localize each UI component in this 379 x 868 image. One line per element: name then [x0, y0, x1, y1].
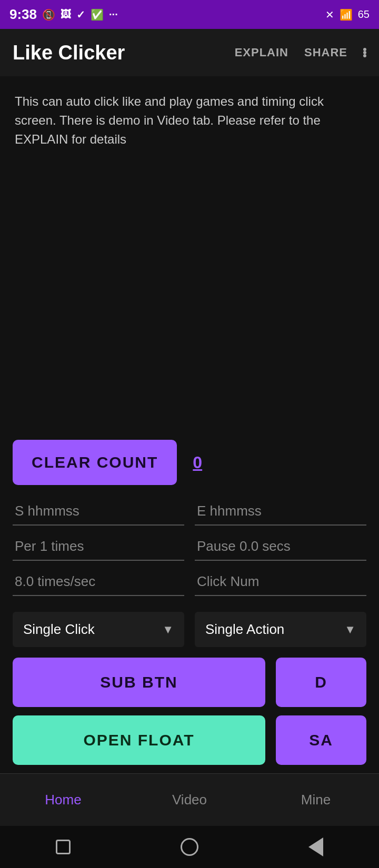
description-text: This can auto click like and play games … — [0, 76, 379, 154]
app-title: Like Clicker — [13, 42, 235, 64]
click-num-field — [195, 566, 366, 596]
back-button[interactable] — [303, 834, 329, 860]
check-icon: ✓ — [76, 8, 85, 21]
dot3 — [363, 54, 366, 57]
start-time-input[interactable] — [13, 496, 184, 526]
spacer — [13, 154, 366, 429]
speed-click-row — [13, 566, 366, 596]
sa-button[interactable]: SA — [276, 715, 366, 765]
per-times-input[interactable] — [13, 531, 184, 561]
action-type-label: Single Action — [205, 621, 339, 638]
open-float-button[interactable]: OPEN FLOAT — [13, 715, 265, 765]
nav-item-mine[interactable]: Mine — [253, 786, 379, 813]
action-type-arrow: ▼ — [344, 623, 356, 637]
app-bar-actions: EXPLAIN SHARE — [235, 46, 366, 59]
open-float-row: OPEN FLOAT SA — [13, 715, 366, 765]
per-times-field — [13, 531, 184, 561]
more-icon: ··· — [109, 8, 118, 21]
sub-btn-row: SUB BTN D — [13, 658, 366, 707]
clear-count-button[interactable]: CLEAR COUNT — [13, 440, 177, 485]
status-time: 9:38 📵 🖼 ✓ ✅ ··· — [9, 6, 118, 23]
action-type-dropdown[interactable]: Single Action ▼ — [195, 612, 366, 647]
nav-item-video[interactable]: Video — [126, 786, 253, 813]
status-right: ✕ 📶 65 — [325, 8, 370, 21]
battery-icon: 65 — [358, 8, 370, 21]
signal-icon: 📵 — [42, 8, 55, 21]
click-type-arrow: ▼ — [162, 623, 174, 637]
end-time-input[interactable] — [195, 496, 366, 526]
pause-secs-input[interactable] — [195, 531, 366, 561]
bottom-nav: Home Video Mine — [0, 773, 379, 826]
per-pause-row — [13, 531, 366, 561]
square-icon — [56, 840, 71, 854]
times-per-sec-field — [13, 566, 184, 596]
nav-mine-label: Mine — [301, 792, 331, 808]
time-text: 9:38 — [9, 6, 37, 23]
recent-apps-button[interactable] — [50, 834, 76, 860]
end-time-field — [195, 496, 366, 526]
verified-icon: ✅ — [91, 8, 104, 21]
dropdown-row: Single Click ▼ Single Action ▼ — [13, 612, 366, 647]
d-button[interactable]: D — [276, 658, 366, 707]
nav-item-home[interactable]: Home — [0, 786, 126, 813]
share-button[interactable]: SHARE — [304, 46, 347, 59]
click-num-input[interactable] — [195, 566, 366, 596]
nav-home-label: Home — [45, 792, 81, 808]
back-icon — [308, 837, 323, 856]
times-per-sec-input[interactable] — [13, 566, 184, 596]
more-menu-button[interactable] — [363, 48, 366, 57]
main-content: CLEAR COUNT 0 Single Click ▼ — [0, 154, 379, 773]
wifi-icon: 📶 — [340, 8, 353, 21]
click-type-label: Single Click — [23, 621, 157, 638]
circle-icon — [181, 838, 198, 856]
sub-button[interactable]: SUB BTN — [13, 658, 265, 707]
close-icon: ✕ — [325, 8, 334, 21]
click-type-dropdown[interactable]: Single Click ▼ — [13, 612, 184, 647]
nav-video-label: Video — [172, 792, 207, 808]
system-nav-bar — [0, 826, 379, 868]
explain-button[interactable]: EXPLAIN — [235, 46, 288, 59]
home-button[interactable] — [176, 834, 203, 860]
time-fields-row — [13, 496, 366, 526]
status-bar: 9:38 📵 🖼 ✓ ✅ ··· ✕ 📶 65 — [0, 0, 379, 29]
count-value: 0 — [193, 453, 202, 472]
pause-secs-field — [195, 531, 366, 561]
clear-count-row: CLEAR COUNT 0 — [13, 440, 366, 485]
start-time-field — [13, 496, 184, 526]
app-bar: Like Clicker EXPLAIN SHARE — [0, 29, 379, 76]
gallery-icon: 🖼 — [61, 8, 71, 21]
